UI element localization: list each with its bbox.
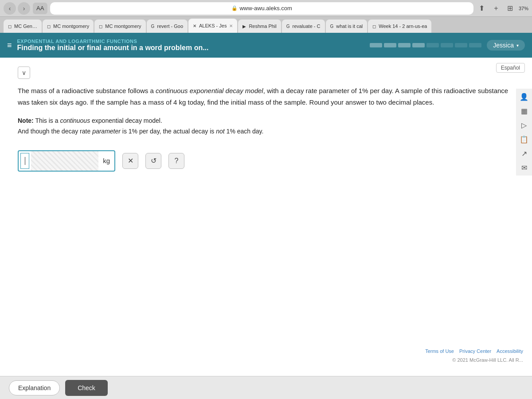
url-text: www-awu.aleks.com — [239, 5, 292, 12]
sidebar-play-icon[interactable]: ▷ — [518, 119, 530, 131]
progress-seg-7 — [455, 43, 467, 47]
share-button[interactable]: ⬆ — [476, 3, 488, 14]
privacy-link[interactable]: Privacy Center — [459, 348, 491, 354]
user-menu-button[interactable]: Jessica ▾ — [487, 40, 525, 51]
battery-level: 37% — [519, 6, 528, 11]
hamburger-menu[interactable]: ≡ — [7, 41, 12, 50]
forward-button[interactable]: › — [18, 2, 30, 15]
add-tab-button[interactable]: + — [490, 3, 502, 14]
accessibility-link[interactable]: Accessibility — [497, 348, 523, 354]
answer-row: kg ✕ ↺ ? — [18, 150, 514, 172]
terms-link[interactable]: Terms of Use — [425, 348, 454, 354]
bottom-toolbar: Explanation Check — [0, 376, 532, 399]
chevron-down-icon: ▾ — [516, 43, 519, 48]
collapse-toggle[interactable]: ∨ — [18, 66, 30, 79]
sidebar-arrow-icon[interactable]: ↗ — [518, 147, 530, 160]
progress-seg-4 — [412, 43, 425, 47]
answer-cursor-box — [20, 153, 29, 169]
progress-seg-8 — [469, 43, 481, 47]
explanation-button[interactable]: Explanation — [9, 380, 60, 395]
undo-button[interactable]: ↺ — [145, 153, 161, 169]
progress-seg-1 — [370, 43, 382, 47]
tab-5-favicon: ✕ — [193, 23, 196, 28]
tab-9-label: Week 14 - 2 arn-us-ea — [379, 23, 427, 29]
tab-3[interactable]: ◻ MC montgomery — [94, 20, 145, 33]
tab-5-aleks[interactable]: ✕ ALEKS - Jes ✕ — [188, 19, 237, 33]
url-bar[interactable]: 🔒 www-awu.aleks.com — [50, 2, 473, 15]
progress-seg-2 — [384, 43, 396, 47]
progress-bar — [370, 43, 481, 47]
lock-icon: 🔒 — [231, 5, 238, 11]
cursor-line — [25, 157, 25, 165]
tab-4-label: revert - Goo — [157, 23, 183, 29]
tabs-bar: ◻ MC Gen… ◻ MC montgomery ◻ MC montgomer… — [0, 17, 532, 33]
back-button[interactable]: ‹ — [4, 2, 16, 15]
nav-controls: ‹ › — [4, 2, 30, 15]
tab-3-label: MC montgomery — [105, 23, 141, 29]
tab-1[interactable]: ◻ MC Gen… — [4, 20, 42, 33]
answer-input-bg — [31, 151, 98, 171]
content-area: Español ∨ The mass of a radioactive subs… — [0, 58, 532, 376]
tab-7-label: revaluate - C — [293, 23, 321, 29]
copyright: © 2021 McGraw-Hill LLC. All R... — [452, 357, 523, 363]
tab-8[interactable]: G what is it cal — [326, 20, 368, 33]
tab-1-favicon: ◻ — [8, 24, 12, 29]
tab-2[interactable]: ◻ MC montgomery — [43, 20, 94, 33]
sidebar-person-icon[interactable]: 👤 — [518, 90, 530, 103]
tab-9[interactable]: ◻ Week 14 - 2 arn-us-ea — [368, 20, 431, 33]
tab-2-label: MC montgomery — [53, 23, 89, 29]
section-label: EXPONENTIAL AND LOGARITHMIC FUNCTIONS — [17, 39, 365, 44]
unit-label: kg — [98, 157, 114, 164]
check-button[interactable]: Check — [65, 380, 108, 396]
battery-indicator: 37% — [519, 6, 528, 11]
sidebar-book-icon[interactable]: 📋 — [518, 133, 530, 145]
browser-chrome: ‹ › AA 🔒 www-awu.aleks.com ⬆ + ⊞ 37% — [0, 0, 532, 17]
tab-8-label: what is it cal — [336, 23, 363, 29]
tab-4-favicon: G — [151, 24, 155, 29]
sidebar-mail-icon[interactable]: ✉ — [518, 161, 530, 174]
text-size-button[interactable]: AA — [33, 3, 47, 14]
tab-5-label: ALEKS - Jes — [199, 23, 227, 28]
sidebar-grid-icon[interactable]: ▦ — [518, 105, 530, 117]
aleks-header: ≡ EXPONENTIAL AND LOGARITHMIC FUNCTIONS … — [0, 33, 532, 58]
tab-6-favicon: ▶ — [243, 24, 246, 29]
tab-8-favicon: G — [330, 24, 334, 29]
tab-7[interactable]: G revaluate - C — [282, 20, 325, 33]
tab-3-favicon: ◻ — [99, 24, 102, 29]
tab-5-close[interactable]: ✕ — [229, 23, 233, 28]
problem-text: The mass of a radioactive substance foll… — [18, 85, 514, 108]
tab-4[interactable]: G revert - Goo — [147, 20, 188, 33]
tab-7-favicon: G — [286, 24, 290, 29]
tab-6[interactable]: ▶ Reshma Phil — [238, 20, 281, 33]
progress-seg-5 — [426, 43, 439, 47]
main-area: ≡ EXPONENTIAL AND LOGARITHMIC FUNCTIONS … — [0, 33, 532, 399]
clear-button[interactable]: ✕ — [122, 153, 138, 169]
progress-seg-3 — [398, 43, 411, 47]
progress-seg-6 — [441, 43, 453, 47]
tab-6-label: Reshma Phil — [249, 23, 276, 29]
tab-9-favicon: ◻ — [372, 24, 376, 29]
tabs-button[interactable]: ⊞ — [505, 3, 516, 14]
tab-2-favicon: ◻ — [47, 24, 51, 29]
right-sidebar: 👤 ▦ ▷ 📋 ↗ ✉ — [516, 89, 532, 176]
problem-title: Finding the initial or final amount in a… — [17, 44, 365, 52]
help-button[interactable]: ? — [168, 153, 184, 169]
answer-input-wrapper[interactable]: kg — [18, 150, 115, 172]
user-name: Jessica — [493, 42, 514, 49]
tab-1-label: MC Gen… — [14, 23, 37, 29]
browser-right-controls: ⬆ + ⊞ 37% — [476, 3, 528, 14]
note-section: Note: This is a continuous exponential d… — [18, 116, 514, 137]
footer-links: Terms of Use Privacy Center Accessibilit… — [425, 348, 523, 354]
espanol-button[interactable]: Español — [496, 63, 525, 73]
